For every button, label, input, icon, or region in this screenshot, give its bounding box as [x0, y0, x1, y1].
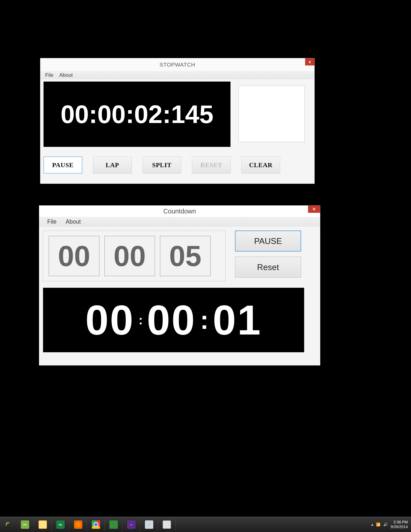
taskbar-item-file-explorer[interactable] [34, 517, 52, 532]
reset-button: RESET [192, 157, 231, 173]
menu-about[interactable]: About [61, 218, 85, 226]
stopwatch-window: STOPWATCH x File About 00:00:02:145 PAUS… [40, 58, 315, 184]
countdown-window: Countdown ✕ File About 00 00 05 PAUSE Re… [39, 205, 320, 365]
split-button[interactable]: SPLIT [142, 157, 181, 173]
taskbar-item-excel[interactable]: X≣ [52, 517, 69, 532]
countdown-close-button[interactable]: ✕ [308, 206, 320, 213]
taskbar: Dw X≣ ∞ ↓ ▴ 📶 🔊 3:38 PM 9/26/2014 [0, 517, 411, 532]
android-icon [109, 520, 118, 529]
countdown-display-minutes: 00 [147, 296, 196, 344]
system-tray: ▴ 📶 🔊 3:38 PM 9/26/2014 [371, 520, 411, 529]
clock[interactable]: 3:38 PM 9/26/2014 [391, 520, 408, 529]
menu-file[interactable]: File [43, 218, 61, 226]
countdown-pause-button[interactable]: PAUSE [235, 230, 301, 251]
colon-icon: : [138, 313, 144, 327]
network-icon[interactable]: 📶 [376, 522, 380, 527]
stopwatch-menubar: File About [40, 71, 314, 79]
clock-date: 9/26/2014 [391, 525, 408, 529]
window-icon [163, 520, 171, 529]
countdown-reset-button[interactable]: Reset [235, 257, 301, 278]
countdown-display: 00 : 00 : 01 [43, 288, 304, 352]
countdown-display-seconds: 01 [213, 296, 262, 344]
hours-input[interactable]: 00 [49, 236, 99, 276]
minutes-input[interactable]: 00 [104, 236, 155, 276]
excel-icon: X≣ [56, 520, 65, 529]
taskbar-item-downloads[interactable]: ↓ [140, 517, 158, 532]
download-icon: ↓ [145, 520, 153, 529]
taskbar-item-dreamweaver[interactable]: Dw [16, 517, 34, 532]
clock-time: 3:38 PM [393, 520, 408, 525]
start-button[interactable] [0, 517, 16, 532]
taskbar-item-firefox[interactable] [69, 517, 87, 532]
countdown-menubar: File About [39, 217, 320, 227]
taskbar-item-visual-studio[interactable]: ∞ [122, 517, 140, 532]
stopwatch-laps-list[interactable] [239, 86, 305, 142]
colon-icon: : [199, 305, 209, 335]
taskbar-item-running-app[interactable] [158, 517, 176, 532]
dreamweaver-icon: Dw [21, 520, 29, 529]
countdown-inputs-panel: 00 00 05 [43, 230, 226, 281]
lap-button[interactable]: LAP [93, 157, 132, 173]
countdown-display-hours: 00 [85, 296, 134, 344]
stopwatch-titlebar[interactable]: STOPWATCH x [40, 58, 314, 71]
close-icon: ✕ [312, 206, 316, 212]
firefox-icon [74, 520, 82, 529]
chrome-icon [92, 520, 100, 529]
seconds-input[interactable]: 05 [160, 236, 211, 276]
countdown-title: Countdown [163, 208, 196, 215]
taskbar-items: Dw X≣ ∞ ↓ [16, 517, 176, 532]
start-icon [5, 521, 11, 528]
stopwatch-close-button[interactable]: x [305, 58, 314, 66]
file-explorer-icon [38, 520, 47, 529]
pause-button[interactable]: PAUSE [44, 157, 82, 173]
visual-studio-icon: ∞ [127, 520, 136, 529]
stopwatch-display: 00:00:02:145 [44, 82, 231, 147]
taskbar-item-chrome[interactable] [87, 517, 105, 532]
menu-about[interactable]: About [56, 71, 76, 79]
clear-button[interactable]: CLEAR [242, 157, 280, 173]
stopwatch-title: STOPWATCH [159, 62, 195, 68]
taskbar-item-android-studio[interactable] [105, 517, 122, 532]
tray-expand-icon[interactable]: ▴ [371, 522, 373, 527]
volume-icon[interactable]: 🔊 [383, 522, 388, 527]
menu-file[interactable]: File [42, 71, 56, 79]
close-icon: x [309, 59, 311, 64]
countdown-titlebar[interactable]: Countdown ✕ [39, 206, 320, 217]
